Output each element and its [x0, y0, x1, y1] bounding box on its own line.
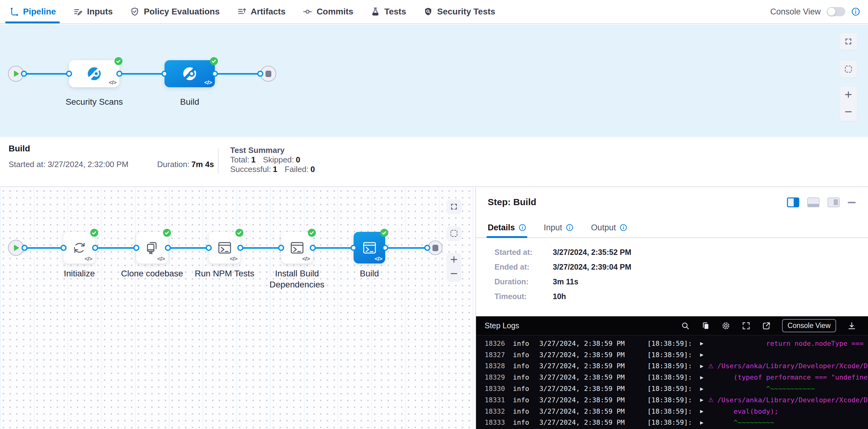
detail-label: Timeout: — [494, 292, 553, 301]
search-icon[interactable] — [681, 321, 690, 330]
canvas-fullscreen-button[interactable] — [840, 33, 857, 50]
nav-tabs: Pipeline Inputs Policy Evaluations Artif… — [0, 0, 495, 23]
info-icon[interactable] — [566, 224, 574, 231]
log-message: ^~~~~~~~~~~~ — [717, 385, 868, 393]
log-time-prefix: [18:38:59]: — [647, 340, 700, 347]
total-label: Total: — [230, 155, 249, 164]
fullscreen-icon[interactable] — [742, 321, 751, 330]
connector-dot — [22, 245, 28, 251]
zoom-out-button[interactable] — [450, 270, 458, 279]
nav-item-security-tests[interactable]: Security Tests — [423, 0, 495, 23]
log-row[interactable]: 18326 info 3/27/2024, 2:38:59 PM [18:38:… — [476, 338, 868, 349]
info-icon[interactable] — [519, 224, 526, 231]
detail-row: Duration: 3m 11s — [494, 277, 631, 286]
tab-input[interactable]: Input — [544, 218, 574, 237]
stage-node-build[interactable]: </> — [164, 60, 215, 87]
download-icon[interactable] — [847, 321, 856, 330]
success-badge-icon — [163, 228, 171, 237]
code-template-icon: </> — [205, 79, 212, 86]
code-template-icon: </> — [85, 255, 92, 262]
nav-item-label: Policy Evaluations — [144, 7, 219, 17]
expand-caret-icon[interactable]: ▶ — [700, 352, 708, 357]
stage-label: Build — [154, 96, 225, 108]
connector-line — [95, 247, 136, 249]
step-node-initialize[interactable]: </> — [64, 232, 95, 264]
settings-gear-icon[interactable] — [721, 321, 731, 330]
policy-evaluations-icon — [130, 7, 140, 17]
collapse-panel-icon[interactable] — [848, 202, 856, 203]
info-icon[interactable] — [851, 7, 860, 16]
log-row[interactable]: 18328 info 3/27/2024, 2:38:59 PM [18:38:… — [476, 361, 868, 372]
nav-item-tests[interactable]: Tests — [370, 0, 406, 23]
nav-item-inputs[interactable]: Inputs — [73, 0, 113, 23]
nav-item-pipeline[interactable]: Pipeline — [9, 0, 56, 23]
expand-caret-icon[interactable]: ▶ — [700, 397, 708, 402]
log-row[interactable]: 18329 info 3/27/2024, 2:38:59 PM [18:38:… — [476, 372, 868, 383]
log-level: info — [513, 407, 539, 415]
nav-item-commits[interactable]: Commits — [303, 0, 353, 23]
console-view-button[interactable]: Console View — [782, 319, 836, 332]
expand-caret-icon[interactable]: ▶ — [700, 409, 708, 413]
zoom-out-button[interactable] — [844, 108, 852, 117]
canvas-fullscreen-button[interactable] — [447, 200, 461, 214]
tests-icon — [370, 7, 380, 17]
connector-line — [240, 247, 281, 249]
stage-node-security-scans[interactable]: </> — [69, 60, 119, 87]
zoom-in-button[interactable] — [450, 255, 458, 265]
log-row[interactable]: 18332 info 3/27/2024, 2:38:59 PM [18:38:… — [476, 406, 868, 417]
canvas-marquee-select-button[interactable] — [447, 226, 461, 240]
stage-summary-bar: Build Started at: 3/27/2024, 2:32:00 PM … — [0, 137, 868, 187]
connector-dot — [21, 71, 27, 77]
expand-caret-icon[interactable]: ▶ — [700, 375, 708, 380]
connector-dot — [237, 245, 243, 251]
log-time-prefix: [18:38:59]: — [647, 351, 700, 359]
summary-divider — [218, 148, 219, 173]
copy-icon[interactable] — [701, 321, 710, 330]
log-row[interactable]: 18333 info 3/27/2024, 2:38:59 PM [18:38:… — [476, 417, 868, 428]
connector-dot — [165, 245, 171, 251]
expand-caret-icon[interactable]: ▶ — [700, 364, 708, 368]
expand-caret-icon[interactable]: ▶ — [700, 341, 708, 346]
detail-value: 3/27/2024, 2:39:04 PM — [553, 263, 631, 272]
nav-item-label: Inputs — [87, 7, 113, 17]
terminal-icon — [288, 239, 306, 256]
step-details-list: Started at: 3/27/2024, 2:35:52 PM Ended … — [494, 248, 631, 307]
nav-item-policy-evaluations[interactable]: Policy Evaluations — [130, 0, 219, 23]
code-template-icon: </> — [157, 255, 165, 262]
info-icon[interactable] — [620, 224, 627, 231]
open-in-new-icon[interactable] — [762, 321, 771, 330]
expand-caret-icon[interactable]: ▶ — [700, 420, 708, 425]
tab-details[interactable]: Details — [488, 218, 526, 237]
layout-overlay-icon[interactable] — [828, 197, 840, 207]
log-row[interactable]: 18330 info 3/27/2024, 2:38:59 PM [18:38:… — [476, 383, 868, 394]
log-level: info — [513, 385, 539, 393]
step-node-install-build-dependencies[interactable]: </> — [281, 232, 313, 264]
log-date: 3/27/2024, 2:38:59 PM — [539, 340, 647, 347]
canvas-marquee-select-button[interactable] — [840, 61, 857, 78]
step-node-run-npm-tests[interactable]: </> — [209, 232, 240, 264]
detail-label: Ended at: — [494, 263, 553, 272]
detail-value: 3m 11s — [553, 277, 578, 286]
log-row[interactable]: 18331 info 3/27/2024, 2:38:59 PM [18:38:… — [476, 394, 868, 406]
log-message: (typeof performance === "undefined" ? — [717, 373, 868, 381]
zoom-in-button[interactable] — [844, 91, 852, 100]
step-node-clone-codebase[interactable]: </> — [136, 232, 168, 264]
nav-item-artifacts[interactable]: Artifacts — [237, 0, 286, 23]
tab-output[interactable]: Output — [591, 218, 627, 237]
test-summary: Test Summary Total:1Skipped:0 Successful… — [230, 146, 322, 174]
successful-label: Successful: — [230, 164, 271, 174]
log-date: 3/27/2024, 2:38:59 PM — [539, 385, 647, 393]
connector-line — [119, 73, 164, 74]
layout-split-bottom-icon[interactable] — [807, 197, 819, 207]
code-template-icon: </> — [375, 255, 382, 262]
tab-label: Output — [591, 223, 616, 233]
log-level: info — [513, 419, 539, 426]
detail-label: Duration: — [494, 277, 553, 286]
expand-caret-icon[interactable]: ▶ — [700, 386, 708, 391]
log-row[interactable]: 18327 info 3/27/2024, 2:38:59 PM [18:38:… — [476, 349, 868, 361]
layout-split-right-icon[interactable] — [787, 197, 799, 207]
failed-value: 0 — [310, 164, 315, 174]
console-view-toggle[interactable] — [827, 7, 845, 16]
step-node-build[interactable]: </> — [353, 232, 385, 264]
successful-value: 1 — [273, 164, 277, 174]
